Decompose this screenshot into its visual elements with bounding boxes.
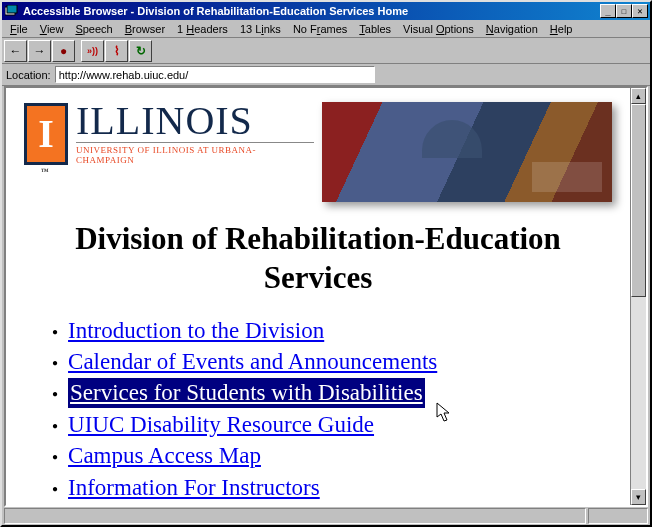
- forward-button[interactable]: →: [28, 40, 51, 62]
- menu-item-1[interactable]: View: [34, 22, 70, 36]
- vertical-scrollbar[interactable]: ▴ ▾: [630, 88, 646, 505]
- scroll-up-button[interactable]: ▴: [631, 88, 646, 104]
- menu-item-8[interactable]: Visual Options: [397, 22, 480, 36]
- stop-speak-icon: ⌇: [114, 44, 120, 58]
- reload-icon: ↻: [136, 44, 146, 58]
- nav-link-1[interactable]: Calendar of Events and Announcements: [68, 347, 437, 376]
- list-item: Services for Students with Disabilities: [52, 378, 612, 407]
- menu-item-4[interactable]: 1 Headers: [171, 22, 234, 36]
- list-item: UIUC Disability Resource Guide: [52, 410, 612, 439]
- close-button[interactable]: ✕: [632, 4, 648, 18]
- toolbar: ← → ● »)) ⌇ ↻: [2, 38, 650, 64]
- nav-link-list: Introduction to the DivisionCalendar of …: [24, 316, 612, 503]
- page-body: I ILLINOIS UNIVERSITY OF ILLINOIS AT URB…: [6, 88, 630, 505]
- menu-item-5[interactable]: 13 Links: [234, 22, 287, 36]
- status-cell-aux: [588, 508, 648, 524]
- page-title: Division of Rehabilitation-Education Ser…: [24, 220, 612, 298]
- maximize-button[interactable]: ☐: [616, 4, 632, 18]
- menu-item-3[interactable]: Browser: [119, 22, 171, 36]
- nav-link-4[interactable]: Campus Access Map: [68, 441, 261, 470]
- list-item: Campus Access Map: [52, 441, 612, 470]
- scroll-thumb[interactable]: [631, 104, 646, 297]
- scroll-down-button[interactable]: ▾: [631, 489, 646, 505]
- logo-block: I ILLINOIS UNIVERSITY OF ILLINOIS AT URB…: [24, 102, 314, 165]
- menu-item-2[interactable]: Speech: [69, 22, 118, 36]
- list-item: Information For Instructors: [52, 473, 612, 502]
- speaker-icon: »)): [87, 46, 98, 56]
- minimize-button[interactable]: _: [600, 4, 616, 18]
- logo-text: ILLINOIS UNIVERSITY OF ILLINOIS AT URBAN…: [76, 102, 314, 165]
- content-area: I ILLINOIS UNIVERSITY OF ILLINOIS AT URB…: [4, 86, 648, 507]
- menu-item-0[interactable]: File: [4, 22, 34, 36]
- nav-link-2[interactable]: Services for Students with Disabilities: [68, 378, 425, 407]
- location-input[interactable]: [55, 66, 375, 83]
- menu-item-7[interactable]: Tables: [353, 22, 397, 36]
- back-arrow-icon: ←: [10, 44, 22, 58]
- app-icon: [4, 4, 20, 18]
- menubar: FileViewSpeechBrowser1 Headers13 LinksNo…: [2, 20, 650, 38]
- speak-button[interactable]: »)): [81, 40, 104, 62]
- stop-button[interactable]: ●: [52, 40, 75, 62]
- svg-rect-1: [7, 5, 17, 13]
- location-bar: Location:: [2, 64, 650, 86]
- logo-wordmark: ILLINOIS: [76, 102, 314, 140]
- logo-subtitle: UNIVERSITY OF ILLINOIS AT URBANA-CHAMPAI…: [76, 142, 314, 165]
- app-window: Accessible Browser - Division of Rehabil…: [0, 0, 652, 527]
- stop-speak-button[interactable]: ⌇: [105, 40, 128, 62]
- titlebar: Accessible Browser - Division of Rehabil…: [2, 2, 650, 20]
- list-item: Calendar of Events and Announcements: [52, 347, 612, 376]
- nav-link-5[interactable]: Information For Instructors: [68, 473, 320, 502]
- banner: I ILLINOIS UNIVERSITY OF ILLINOIS AT URB…: [24, 102, 612, 202]
- list-item: Introduction to the Division: [52, 316, 612, 345]
- menu-item-9[interactable]: Navigation: [480, 22, 544, 36]
- illinois-logo-icon: I: [24, 103, 68, 165]
- forward-arrow-icon: →: [34, 44, 46, 58]
- stop-icon: ●: [60, 44, 67, 58]
- nav-link-0[interactable]: Introduction to the Division: [68, 316, 324, 345]
- location-label: Location:: [6, 69, 51, 81]
- reload-button[interactable]: ↻: [129, 40, 152, 62]
- status-cell-main: [4, 508, 586, 524]
- nav-link-3[interactable]: UIUC Disability Resource Guide: [68, 410, 374, 439]
- back-button[interactable]: ←: [4, 40, 27, 62]
- statusbar: [2, 507, 650, 525]
- window-title: Accessible Browser - Division of Rehabil…: [23, 5, 600, 17]
- scroll-track[interactable]: [631, 104, 646, 489]
- window-controls: _ ☐ ✕: [600, 4, 648, 18]
- menu-item-6[interactable]: No Frames: [287, 22, 353, 36]
- menu-item-10[interactable]: Help: [544, 22, 579, 36]
- campus-photo: [322, 102, 612, 202]
